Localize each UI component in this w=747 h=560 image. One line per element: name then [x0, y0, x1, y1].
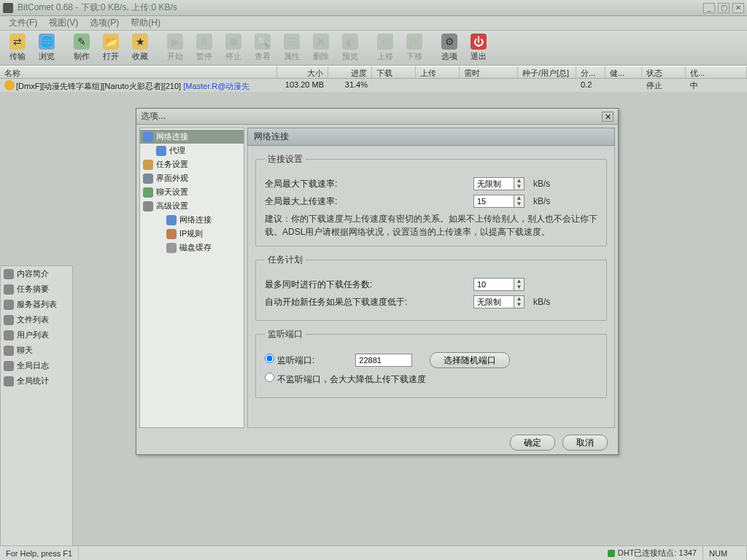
col-priority[interactable]: 优...: [686, 66, 747, 78]
fs-task-plan: 任务计划 最多同时进行的下载任务数: ▲▼ 自动开始新任务如果总下载速度低于: …: [255, 254, 607, 321]
toolbar: ⇄传输 🌐浏览 ✎制作 📂打开 ★收藏 ▶开始 ⏸暂停 ⏹停止 🔍查看 ☰属性 …: [0, 31, 747, 66]
tb-up[interactable]: ↶上移: [371, 32, 400, 64]
radio-listen[interactable]: 监听端口:: [265, 354, 314, 367]
tb-fav[interactable]: ★收藏: [125, 32, 155, 64]
tb-exit[interactable]: ⏻退出: [464, 32, 493, 64]
tree-adv-net[interactable]: 网络连接: [140, 213, 244, 227]
exit-icon: ⏻: [471, 34, 487, 50]
tb-delete[interactable]: ✖删除: [306, 32, 336, 64]
side-users[interactable]: 用户列表: [1, 327, 72, 343]
col-seed[interactable]: 种子/用户[总]: [518, 66, 576, 78]
spin-max-dl[interactable]: ▲▼: [473, 177, 525, 190]
lbl-auto-start: 自动开始新任务如果总下载速度低于:: [265, 296, 469, 308]
tb-make[interactable]: ✎制作: [67, 32, 96, 64]
tb-props[interactable]: ☰属性: [277, 32, 306, 64]
cell-progress: 31.4%: [328, 79, 372, 92]
lbl-max-ul: 全局最大上传速率:: [265, 195, 469, 208]
side-stats[interactable]: 全局统计: [1, 373, 72, 389]
col-upload[interactable]: 上传: [416, 66, 460, 78]
menu-help[interactable]: 帮助(H): [126, 17, 165, 29]
input-max-dl[interactable]: [473, 177, 514, 190]
menubar: 文件(F) 视图(V) 选项(P) 帮助(H): [0, 16, 747, 31]
dialog-footer: 确定 取消: [136, 431, 618, 454]
cell-status: 停止: [642, 79, 686, 92]
tb-down[interactable]: ↷下移: [400, 32, 429, 64]
tree-advanced[interactable]: 高级设置: [140, 199, 244, 213]
task-link[interactable]: [Master.R@动漫先: [183, 82, 249, 90]
ok-button[interactable]: 确定: [510, 435, 555, 451]
cell-share: 0.2: [576, 79, 605, 92]
spin-auto-start[interactable]: ▲▼: [473, 295, 525, 308]
menu-view[interactable]: 视图(V): [44, 17, 82, 29]
tb-stop[interactable]: ⏹停止: [219, 32, 248, 64]
tb-search[interactable]: 🔍查看: [248, 32, 277, 64]
tb-preview[interactable]: ◐预览: [336, 32, 365, 64]
doc-icon: [4, 269, 14, 279]
side-summary[interactable]: 内容简介: [1, 266, 72, 281]
tree-network[interactable]: 网络连接: [140, 130, 244, 144]
spin-max-tasks[interactable]: ▲▼: [473, 278, 525, 291]
user-icon: [4, 330, 14, 341]
cell-ul: [416, 79, 460, 92]
tb-transfer[interactable]: ⇄传输: [3, 32, 32, 64]
props-icon: ☰: [284, 34, 300, 50]
menu-file[interactable]: 文件(F): [4, 17, 42, 29]
tree-chat[interactable]: 聊天设置: [140, 185, 244, 199]
task-icon: [4, 284, 14, 295]
dialog-close-button[interactable]: ✕: [602, 112, 614, 122]
maximize-button[interactable]: ▢: [718, 3, 729, 13]
preview-icon: ◐: [342, 34, 358, 50]
cell-time: [460, 79, 518, 92]
side-tasks[interactable]: 任务摘要: [1, 281, 72, 297]
make-icon: ✎: [74, 34, 90, 50]
window-title: BitComet 0.68 - 下载:0 KB/s, 上传:0 KB/s: [18, 1, 703, 14]
cell-seed: [518, 79, 576, 92]
tb-start[interactable]: ▶开始: [160, 32, 190, 64]
col-size[interactable]: 大小: [277, 66, 328, 78]
tb-open[interactable]: 📂打开: [96, 32, 125, 64]
col-time[interactable]: 需时: [460, 66, 518, 78]
gear-icon: [143, 201, 153, 211]
tree-task[interactable]: 任务设置: [140, 158, 244, 171]
input-max-ul[interactable]: [473, 195, 514, 208]
radio-nolisten[interactable]: 不监听端口，会大大降低上传下载速度: [265, 373, 426, 386]
tree-adv-ip[interactable]: IP规则: [140, 227, 244, 241]
statusbar: For Help, press F1 DHT已连接结点: 1347 NUM: [0, 545, 747, 560]
side-files[interactable]: 文件列表: [1, 312, 72, 327]
hint-connection: 建议：你的下载速度与上传速度有密切的关系。如果不上传给别人，别人也不会让你下载。…: [265, 212, 597, 238]
random-port-button[interactable]: 选择随机端口: [430, 352, 510, 368]
input-auto-start[interactable]: [473, 295, 514, 308]
side-log[interactable]: 全局日志: [1, 358, 72, 373]
task-row[interactable]: [DmxF][动漫先锋字幕组][Naruto火影忍者][210] [Master…: [0, 79, 747, 92]
tree-adv-disk[interactable]: 磁盘缓存: [140, 241, 244, 254]
side-servers[interactable]: 服务器列表: [1, 297, 72, 312]
minimize-button[interactable]: _: [703, 3, 715, 13]
input-port[interactable]: [355, 354, 412, 367]
options-dialog: 选项... ✕ 网络连接 代理 任务设置 界面外观 聊天设置 高级设置 网络连接…: [136, 108, 619, 455]
col-status[interactable]: 状态: [642, 66, 686, 78]
tb-browse[interactable]: 🌐浏览: [32, 32, 61, 64]
col-download[interactable]: 下载: [372, 66, 416, 78]
col-share[interactable]: 分...: [576, 66, 605, 78]
col-progress[interactable]: 进度: [328, 66, 372, 78]
side-chat[interactable]: 聊天: [1, 343, 72, 358]
menu-options[interactable]: 选项(P): [85, 17, 123, 29]
window-titlebar: BitComet 0.68 - 下载:0 KB/s, 上传:0 KB/s _ ▢…: [0, 0, 747, 16]
spin-max-ul[interactable]: ▲▼: [473, 195, 525, 208]
close-button[interactable]: ✕: [732, 3, 744, 13]
log-icon: [4, 361, 14, 371]
options-tree: 网络连接 代理 任务设置 界面外观 聊天设置 高级设置 网络连接 IP规则 磁盘…: [139, 128, 244, 428]
legend-connection: 连接设置: [265, 153, 306, 166]
tree-proxy[interactable]: 代理: [140, 144, 244, 158]
delete-icon: ✖: [313, 34, 329, 50]
tb-pause[interactable]: ⏸暂停: [190, 32, 219, 64]
input-max-tasks[interactable]: [473, 278, 514, 291]
globe-icon: [143, 132, 153, 142]
tree-ui[interactable]: 界面外观: [140, 171, 244, 185]
col-name[interactable]: 名称: [0, 66, 277, 78]
cancel-button[interactable]: 取消: [562, 435, 608, 451]
dialog-titlebar[interactable]: 选项... ✕: [136, 109, 618, 125]
stop-icon: ⏹: [225, 34, 241, 50]
tb-opts[interactable]: ⚙选项: [435, 32, 464, 64]
col-health[interactable]: 健...: [605, 66, 642, 78]
